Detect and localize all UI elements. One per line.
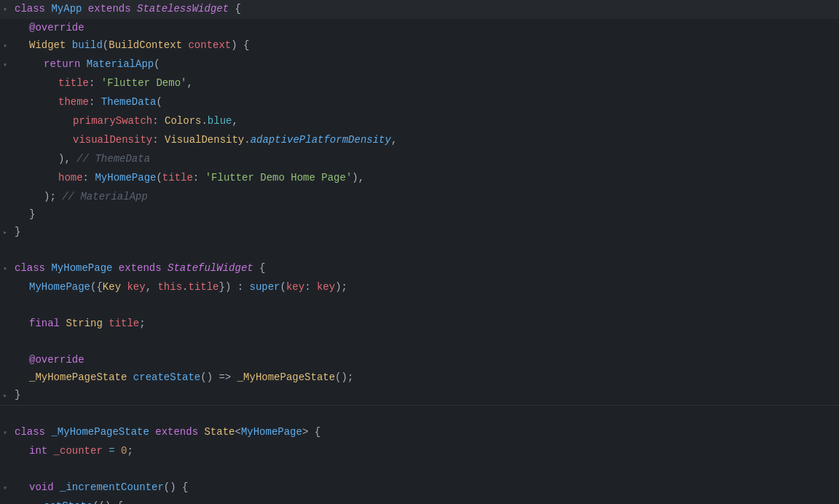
code-line: ·title: 'Flutter Demo',: [0, 74, 839, 93]
gutter: ▾: [0, 1, 15, 19]
token-property: title: [109, 318, 139, 329]
token-punctuation: ,: [391, 134, 397, 146]
token-punctuation: () =>: [200, 371, 237, 383]
code-line-content: visualDensity: VisualDensity.adaptivePla…: [73, 131, 839, 149]
token-italic-class: StatelessWidget: [137, 3, 235, 15]
token-punctuation: }: [15, 226, 20, 237]
token-punctuation: );: [335, 281, 347, 293]
token-class-name-blue: _MyHomePageState: [51, 426, 155, 438]
token-kw-return: return: [44, 58, 87, 70]
fold-dot-icon: ·: [0, 133, 10, 150]
code-line-content: }: [29, 205, 839, 223]
token-property: key: [127, 281, 145, 293]
gutter: ▾: [0, 38, 15, 55]
token-annotation: @override: [29, 22, 84, 34]
code-line-content: setState(() {: [44, 497, 839, 504]
gutter: ·: [0, 170, 15, 188]
code-line-content: [15, 334, 839, 351]
gutter: ▸: [0, 224, 15, 242]
fold-dot-icon: ·: [0, 151, 10, 169]
token-method-name: createState: [133, 371, 200, 383]
code-line-content: _MyHomePageState createState() => _MyHom…: [29, 369, 839, 386]
fold-arrow-down-icon[interactable]: ▾: [0, 499, 10, 504]
fold-dot-icon: ·: [0, 444, 10, 461]
token-method-name: ThemeData: [101, 96, 157, 108]
token-punctuation: {: [235, 3, 240, 15]
fold-dot-icon: ·: [0, 76, 10, 93]
code-line-content: primarySwatch: Colors.blue,: [73, 112, 839, 130]
token-property: title: [188, 281, 218, 293]
token-kw-extends: extends: [155, 426, 204, 438]
code-line: [0, 406, 839, 423]
token-punctuation: {: [259, 262, 265, 274]
token-class-name-blue: MyApp: [51, 3, 87, 15]
code-line: @override: [0, 351, 839, 369]
token-method-name: _incrementCounter: [60, 481, 164, 493]
token-punctuation: ({: [90, 281, 103, 293]
code-line: [0, 334, 839, 351]
code-line-content: [15, 297, 839, 315]
code-line-content: class _MyHomePageState extends State<MyH…: [15, 423, 839, 441]
fold-arrow-down-icon[interactable]: ▾: [0, 425, 10, 442]
token-punctuation: (: [156, 96, 162, 108]
code-line: ▸}: [0, 223, 839, 242]
code-line: ▾return MaterialApp(: [0, 55, 839, 74]
token-string: 'Flutter Demo Home Page': [205, 172, 352, 184]
token-kw-super: super: [250, 281, 280, 293]
token-punctuation: :: [304, 281, 317, 293]
code-line-content: [15, 461, 839, 479]
code-line: _MyHomePageState createState() => _MyHom…: [0, 369, 839, 386]
code-line: ▾void _incrementCounter() {: [0, 479, 839, 497]
token-punctuation: (: [154, 58, 159, 70]
gutter: ▾: [0, 261, 15, 278]
token-punctuation: () {: [164, 481, 189, 493]
token-class-name: Key: [103, 281, 127, 293]
code-line-content: [15, 406, 839, 423]
token-class-name: Colors: [165, 115, 201, 127]
fold-arrow-down-icon[interactable]: ▾: [0, 38, 10, 55]
token-class-name: _MyHomePageState: [237, 371, 335, 383]
gutter: ·: [0, 114, 15, 131]
code-line: ·theme: ThemeData(: [0, 93, 839, 112]
code-line-content: @override: [29, 19, 839, 36]
code-line: ·final String title;: [0, 315, 839, 334]
code-line-content: int _counter = 0;: [29, 442, 839, 460]
code-line: ·home: MyHomePage(title: 'Flutter Demo H…: [0, 169, 839, 188]
token-operator: =: [109, 445, 121, 457]
token-property: _counter: [54, 445, 109, 457]
token-punctuation: ),: [58, 153, 76, 165]
token-punctuation: (: [103, 39, 109, 51]
gutter: ▸: [0, 387, 15, 405]
code-line: [0, 297, 839, 315]
token-kw-class: class: [15, 426, 51, 438]
token-punctuation: ,: [232, 115, 237, 127]
token-string: 'Flutter Demo': [101, 77, 187, 89]
token-property: context: [188, 39, 231, 51]
token-property: key: [286, 281, 304, 293]
token-punctuation: ),: [352, 172, 364, 184]
token-method-name: MaterialApp: [87, 58, 154, 70]
code-line: }: [0, 205, 839, 223]
fold-arrow-down-icon[interactable]: ▾: [0, 261, 10, 278]
token-punctuation: ;: [127, 445, 133, 457]
token-class-name: _MyHomePageState: [29, 371, 133, 383]
fold-arrow-down-icon[interactable]: ▾: [0, 1, 10, 19]
code-line: [0, 461, 839, 479]
fold-arrow-down-icon[interactable]: ▾: [0, 57, 10, 74]
fold-arrow-right-icon[interactable]: ▸: [0, 387, 10, 405]
fold-arrow-down-icon[interactable]: ▾: [0, 480, 10, 497]
code-line: [0, 242, 839, 259]
code-editor: ▾class MyApp extends StatelessWidget {@o…: [0, 0, 839, 504]
token-punctuation: }: [29, 208, 35, 220]
token-method-name: build: [72, 39, 103, 51]
token-kw-class: class: [15, 262, 51, 274]
code-line-content: class MyApp extends StatelessWidget {: [15, 0, 839, 17]
code-line-content: return MaterialApp(: [44, 55, 839, 73]
code-line: @override: [0, 19, 839, 36]
code-line-content: [15, 242, 839, 259]
code-line: ); // MaterialApp: [0, 188, 839, 205]
gutter: ▾: [0, 499, 15, 504]
fold-arrow-right-icon[interactable]: ▸: [0, 224, 10, 242]
token-punctuation: :: [83, 172, 95, 184]
token-property: home: [58, 172, 83, 184]
